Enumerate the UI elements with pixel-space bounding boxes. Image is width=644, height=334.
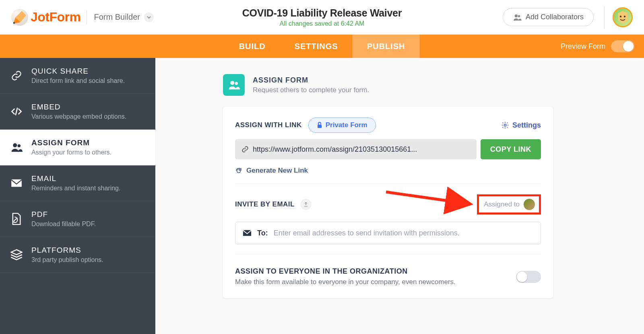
private-form-pill[interactable]: Private Form (308, 118, 376, 133)
logo[interactable]: JotForm (11, 9, 81, 26)
sidebar-item-desc: Assign your forms to others. (31, 149, 111, 156)
share-icon-button[interactable] (300, 199, 312, 210)
org-toggle[interactable] (516, 271, 541, 283)
page-subtitle: Request others to complete your form. (253, 86, 369, 94)
tab-build[interactable]: BUILD (225, 35, 280, 58)
save-status: All changes saved at 6:42 AM (242, 20, 402, 27)
assigned-to-box[interactable]: Assigned to (477, 194, 541, 214)
mail-icon (10, 179, 23, 188)
top-header: JotForm Form Builder COVID-19 Liability … (0, 0, 644, 35)
invite-email-field[interactable]: To: (235, 222, 541, 244)
page-header: ASSIGN FORM Request others to complete y… (223, 74, 553, 96)
sidebar-item-label: ASSIGN FORM (31, 138, 111, 147)
sidebar-item-platforms[interactable]: PLATFORMS3rd party publish options. (0, 237, 155, 273)
mode-label: Form Builder (94, 12, 140, 22)
user-avatar[interactable] (613, 7, 633, 27)
people-icon (10, 142, 23, 153)
title-block: COVID-19 Liability Release Waiver All ch… (242, 7, 402, 27)
sidebar-item-desc: Download fillable PDF. (31, 221, 96, 228)
sidebar-item-desc: 3rd party publish options. (31, 256, 103, 264)
mode-dropdown[interactable]: Form Builder (94, 12, 154, 22)
content-area: ASSIGN FORM Request others to complete y… (155, 58, 644, 334)
add-collaborators-button[interactable]: Add Collaborators (503, 8, 594, 26)
svg-point-2 (518, 15, 520, 17)
link-icon (242, 146, 249, 153)
sidebar-item-label: EMAIL (31, 174, 120, 183)
preview-toggle[interactable] (611, 40, 634, 52)
settings-link[interactable]: Settings (501, 121, 541, 130)
upload-icon (303, 202, 309, 207)
sidebar-item-email[interactable]: EMAILReminders and instant sharing. (0, 165, 155, 201)
svg-point-3 (620, 15, 621, 17)
invite-by-email-title: INVITE BY EMAIL (235, 200, 295, 208)
sidebar-item-pdf[interactable]: PDFDownload fillable PDF. (0, 201, 155, 237)
code-icon (10, 106, 23, 117)
assigned-to-label: Assigned to (484, 200, 520, 208)
sidebar-item-label: PLATFORMS (31, 246, 103, 255)
annotation-arrow (384, 188, 477, 210)
header-divider (87, 10, 87, 25)
refresh-icon (235, 167, 242, 174)
header-sep (604, 6, 605, 29)
tab-publish[interactable]: PUBLISH (353, 35, 420, 58)
people-icon (513, 14, 522, 21)
sidebar-item-embed[interactable]: EMBEDVarious webpage embed options. (0, 94, 155, 130)
sidebar-item-desc: Reminders and instant sharing. (31, 185, 120, 192)
assign-card: ASSIGN WITH LINK Private Form Settings (223, 107, 553, 298)
preview-label: Preview Form (561, 42, 605, 51)
assign-with-link-title: ASSIGN WITH LINK (235, 121, 302, 129)
form-title[interactable]: COVID-19 Liability Release Waiver (242, 7, 402, 19)
svg-point-4 (624, 15, 625, 17)
sidebar-item-desc: Various webpage embed options. (31, 113, 126, 120)
brand-name: JotForm (31, 10, 81, 25)
svg-rect-7 (11, 179, 22, 187)
gear-icon (501, 121, 509, 129)
copy-link-button[interactable]: COPY LINK (481, 139, 541, 159)
to-label: To: (257, 229, 268, 237)
svg-rect-10 (318, 125, 322, 128)
svg-point-9 (235, 82, 238, 85)
svg-point-1 (515, 14, 518, 17)
mail-icon (243, 229, 252, 237)
svg-point-6 (18, 144, 21, 148)
sidebar-item-assign-form[interactable]: ASSIGN FORMAssign your forms to others. (0, 130, 155, 165)
logo-icon (11, 9, 28, 26)
lock-icon (317, 122, 322, 128)
pdf-icon (10, 213, 23, 225)
tab-settings[interactable]: SETTINGS (280, 35, 353, 58)
sidebar-item-desc: Direct form link and social share. (31, 77, 125, 85)
publish-sidebar: QUICK SHAREDirect form link and social s… (0, 58, 155, 334)
svg-rect-13 (243, 230, 251, 236)
svg-point-8 (230, 81, 234, 85)
svg-point-0 (13, 22, 15, 24)
sidebar-item-label: QUICK SHARE (31, 67, 125, 76)
assign-icon (223, 74, 245, 96)
svg-line-12 (386, 192, 471, 204)
collab-label: Add Collaborators (526, 13, 584, 21)
assign-url-text: https://www.jotform.com/assign/210351300… (253, 145, 417, 154)
generate-new-link[interactable]: Generate New Link (235, 165, 541, 184)
link-icon (10, 70, 23, 81)
sidebar-item-quick-share[interactable]: QUICK SHAREDirect form link and social s… (0, 58, 155, 94)
email-input[interactable] (274, 229, 533, 237)
layers-icon (10, 249, 23, 260)
page-title: ASSIGN FORM (253, 76, 369, 85)
chevron-down-icon (144, 12, 154, 22)
assign-url-field[interactable]: https://www.jotform.com/assign/210351300… (235, 139, 477, 159)
sidebar-item-label: EMBED (31, 103, 126, 111)
assignee-avatar (524, 199, 535, 210)
org-desc: Make this form available to everyone in … (235, 278, 456, 286)
svg-point-5 (13, 143, 17, 147)
org-title: ASSIGN TO EVERYONE IN THE ORGANIZATION (235, 267, 456, 276)
main-nav: BUILD SETTINGS PUBLISH Preview Form (0, 35, 644, 58)
svg-point-11 (504, 124, 506, 126)
sidebar-item-label: PDF (31, 210, 96, 219)
